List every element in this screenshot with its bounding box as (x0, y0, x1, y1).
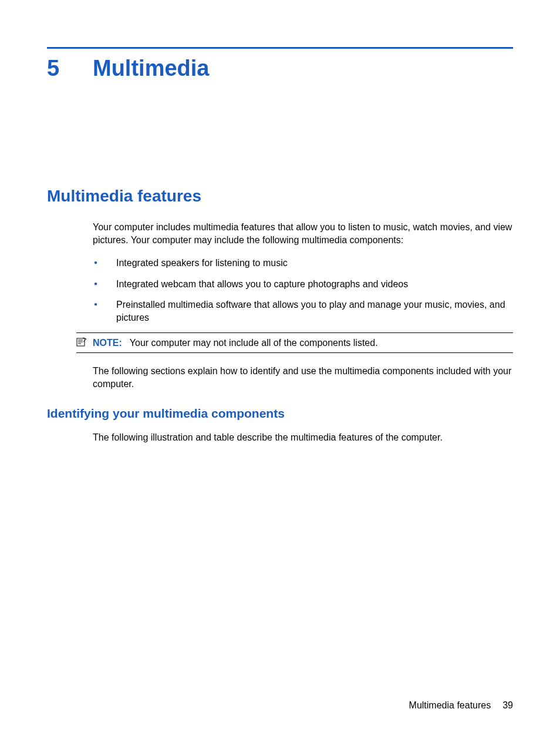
note-block: NOTE: Your computer may not include all … (76, 332, 513, 354)
note-icon (76, 337, 89, 347)
subsection-heading: Identifying your multimedia components (47, 406, 513, 421)
footer-section-title: Multimedia features (409, 700, 491, 711)
footer-page-number: 39 (502, 700, 513, 711)
subsection-text: The following illustration and table des… (93, 431, 513, 444)
note-body: Your computer may not include all of the… (130, 338, 378, 348)
section-intro: Your computer includes multimedia featur… (93, 221, 513, 246)
list-item: Integrated webcam that allows you to cap… (93, 278, 513, 291)
chapter-number: 5 (47, 56, 93, 81)
list-item: Preinstalled multimedia software that al… (93, 298, 513, 324)
bullet-list: Integrated speakers for listening to mus… (93, 257, 513, 324)
chapter-title-row: 5 Multimedia (47, 56, 513, 81)
section-outro: The following sections explain how to id… (93, 365, 513, 390)
note-label: NOTE: (93, 338, 122, 348)
chapter-rule (47, 47, 513, 49)
section-heading: Multimedia features (47, 187, 513, 206)
list-item: Integrated speakers for listening to mus… (93, 257, 513, 270)
page-footer: Multimedia features 39 (409, 700, 513, 711)
chapter-title: Multimedia (93, 56, 209, 81)
note-text: NOTE: Your computer may not include all … (93, 337, 378, 350)
